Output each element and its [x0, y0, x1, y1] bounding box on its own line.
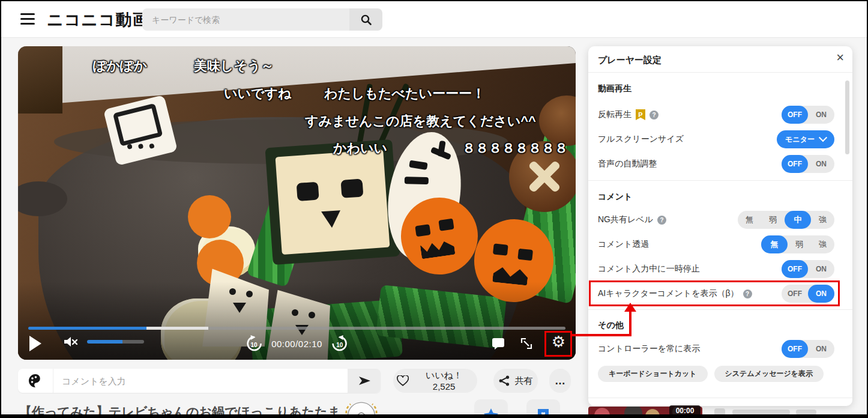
time-display: 00:00/02:10: [271, 339, 322, 349]
settings-gear-icon[interactable]: ⚙: [552, 333, 565, 351]
section-other: その他: [598, 320, 624, 331]
always-show-controller-label: コントローラーを常に表示: [598, 344, 700, 354]
annotation-arrow-up: [624, 303, 636, 312]
niconico-watch-page: ニコニコ動画: [0, 0, 868, 418]
menu-icon[interactable]: [20, 13, 35, 25]
ghost-text: [796, 410, 816, 415]
more-label: …: [555, 375, 565, 387]
ng-level-segmented[interactable]: 無 弱 中 強: [738, 211, 834, 229]
keyboard-shortcut-button[interactable]: キーボードショートカット: [598, 366, 708, 382]
mylist-flag-button[interactable]: [526, 399, 560, 418]
panel-title: プレーヤー設定: [598, 55, 662, 66]
setting-row-comment-transparency: コメント透過 無 弱 強: [598, 235, 834, 253]
setting-row-ai-character-comment: AIキャラクターコメントを表示（β） ? OFFON: [598, 285, 834, 303]
setting-row-fullscreen-size: フルスクリーンサイズ モニター: [598, 130, 834, 148]
comment-send-button[interactable]: [348, 369, 381, 393]
send-icon: [357, 374, 372, 388]
help-icon[interactable]: ?: [649, 111, 659, 120]
setting-row-auto-volume: 音声の自動調整 OFFON: [598, 155, 834, 173]
section-playback: 動画再生: [598, 83, 631, 94]
search-button[interactable]: [349, 8, 382, 31]
like-label: いいね！ 2,525: [414, 370, 474, 392]
palette-icon: [28, 373, 43, 389]
danmaku-comment: かわいい: [333, 139, 387, 157]
favorite-star-button[interactable]: [474, 399, 508, 418]
danmaku-comment: 美味しそう～: [194, 57, 274, 75]
auto-volume-label: 音声の自動調整: [598, 159, 657, 169]
fullscreen-size-dropdown[interactable]: モニター: [777, 130, 834, 148]
achievement-laurel-icon: [339, 398, 384, 418]
auto-volume-toggle[interactable]: OFFON: [782, 155, 834, 173]
danmaku-comment: すみませんこの店を教えてください^^: [305, 112, 536, 130]
command-palette-button[interactable]: [18, 369, 53, 393]
mute-icon[interactable]: [63, 335, 79, 349]
tvchan-rice: [265, 139, 400, 265]
comment-toggle-icon[interactable]: [491, 336, 505, 351]
ai-character-comment-toggle[interactable]: OFFON: [782, 285, 834, 303]
setting-row-ng-level: NG共有レベル ? 無 弱 中 強: [598, 211, 834, 229]
seek-bar[interactable]: [28, 327, 565, 330]
ghost-icon: [714, 408, 725, 416]
search-icon: [360, 14, 372, 26]
ai-character-comment-label: AIキャラクターコメントを表示（β）: [598, 288, 739, 299]
pause-on-input-toggle[interactable]: OFFON: [782, 260, 834, 278]
video-player[interactable]: ぽかぽか 美味しそう～ いいですね わたしもたべたいーーー！ すみませんこの店を…: [18, 46, 576, 360]
niconico-logo[interactable]: ニコニコ動画: [47, 9, 149, 31]
heart-icon: [397, 375, 409, 387]
play-button[interactable]: [29, 336, 41, 351]
help-icon[interactable]: ?: [657, 216, 666, 225]
annotation-line-horizontal: [570, 334, 631, 336]
chevron-down-icon: [819, 133, 827, 142]
rewind-10-button[interactable]: 10: [245, 335, 263, 353]
like-button[interactable]: いいね！ 2,525: [393, 369, 477, 393]
system-message-button[interactable]: システムメッセージを表示: [714, 366, 824, 382]
comment-input-bar: [18, 369, 381, 393]
share-label: 共有: [515, 375, 533, 387]
section-comment: コメント: [598, 192, 632, 202]
reverse-play-label: 反転再生: [598, 109, 631, 120]
danmaku-comment: わたしもたべたいーーー！: [324, 85, 485, 103]
setting-row-reverse-play: 反転再生 P ? OFFON: [598, 106, 834, 124]
always-show-controller-toggle[interactable]: OFFON: [782, 340, 834, 358]
comment-input[interactable]: [53, 369, 348, 393]
danmaku-comment: ８８８８８８８８: [462, 139, 568, 157]
player-settings-panel: プレーヤー設定 × 動画再生 反転再生 P ? OFFON フルスクリーンサイズ…: [588, 46, 852, 406]
search-input[interactable]: [142, 8, 349, 31]
share-icon: [499, 375, 510, 386]
close-icon[interactable]: ×: [836, 51, 844, 64]
flag-heart-icon: [536, 408, 550, 418]
player-controls: 10 00:00/02:10 10 ⚙: [18, 331, 576, 356]
premium-badge: P: [636, 109, 645, 120]
pause-on-input-label: コメント入力中に一時停止: [598, 264, 700, 274]
app-header: ニコニコ動画: [1, 1, 867, 38]
comment-transparency-label: コメント透過: [598, 239, 649, 250]
forward-10-button[interactable]: 10: [331, 335, 349, 353]
panel-scrollbar[interactable]: [845, 80, 849, 154]
annotation-line-vertical: [629, 310, 631, 336]
fullscreen-size-label: フルスクリーンサイズ: [598, 134, 684, 145]
reverse-play-toggle[interactable]: OFFON: [782, 106, 834, 124]
help-icon[interactable]: ?: [743, 289, 752, 298]
ghost-text: [732, 410, 790, 415]
search-bar: [142, 8, 382, 31]
next-video-duration-badge: 00:00: [669, 405, 701, 416]
more-button[interactable]: …: [549, 369, 571, 393]
star-icon: [483, 408, 499, 418]
setting-row-pause-on-input: コメント入力中に一時停止 OFFON: [598, 260, 834, 278]
comment-transparency-segmented[interactable]: 無 弱 強: [761, 235, 834, 253]
fullscreen-icon[interactable]: [519, 336, 534, 351]
share-button[interactable]: 共有: [493, 369, 538, 393]
setting-row-always-show-controller: コントローラーを常に表示 OFFON: [598, 340, 834, 358]
ng-level-label: NG共有レベル: [598, 214, 653, 225]
danmaku-comment: いいですね: [224, 85, 292, 103]
danmaku-comment: ぽかぽか: [93, 57, 147, 75]
tvchan-small: [103, 95, 178, 166]
video-title: 【作ってみた】テレビちゃんのお鍋でほっこりあたたま: [19, 404, 340, 418]
volume-slider[interactable]: [87, 340, 144, 344]
